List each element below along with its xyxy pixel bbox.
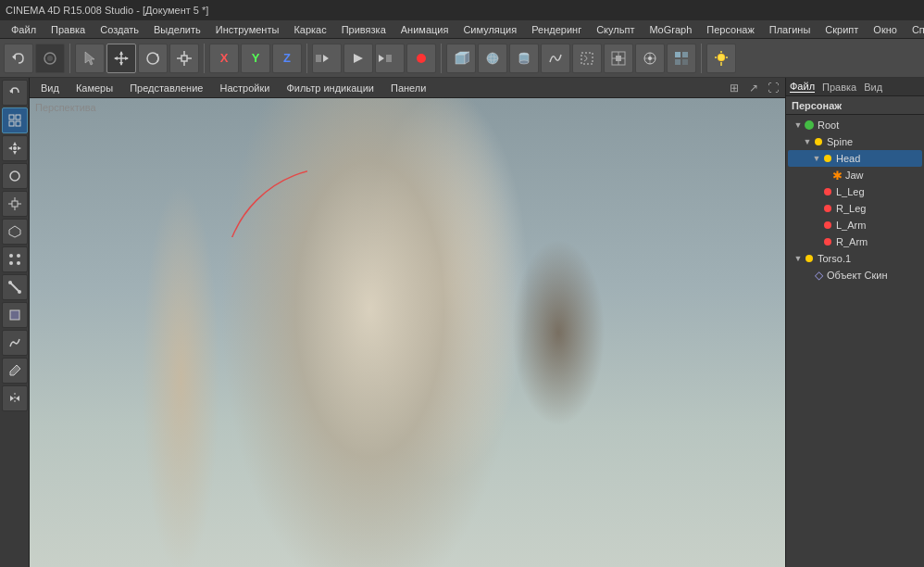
vp-icon-3[interactable]: ⛶ bbox=[765, 80, 781, 96]
left-tool-undo[interactable] bbox=[2, 80, 28, 106]
tree-icon-l-leg bbox=[821, 185, 834, 198]
rp-tab-file[interactable]: Файл bbox=[790, 81, 815, 93]
anim-start-button[interactable] bbox=[312, 44, 342, 73]
deformer-button[interactable] bbox=[572, 44, 602, 73]
axis-z-button[interactable]: Z bbox=[272, 44, 302, 73]
mograph-button[interactable] bbox=[667, 44, 696, 73]
svg-rect-39 bbox=[682, 52, 688, 57]
vp-menu-display[interactable]: Представление bbox=[122, 81, 210, 95]
svg-point-30 bbox=[519, 60, 529, 64]
svg-point-69 bbox=[8, 281, 12, 284]
tree-arrow-spine[interactable]: ▼ bbox=[803, 137, 812, 146]
vp-menu-view[interactable]: Вид bbox=[33, 81, 67, 95]
sphere-object-button[interactable] bbox=[478, 44, 507, 73]
main-content: Вид Камеры Представление Настройки Фильт… bbox=[0, 78, 924, 567]
menu-character[interactable]: Персонаж bbox=[699, 22, 761, 37]
vp-icon-2[interactable]: ↗ bbox=[745, 80, 762, 96]
menu-edit[interactable]: Правка bbox=[44, 22, 93, 37]
effector-button[interactable] bbox=[604, 44, 633, 73]
vp-menu-settings[interactable]: Настройки bbox=[212, 81, 277, 95]
right-panel-toolbar: Файл Правка Вид bbox=[786, 78, 924, 96]
menu-tools[interactable]: Инструменты bbox=[208, 22, 287, 37]
tree-item-l-leg[interactable]: L_Leg bbox=[788, 183, 922, 200]
rp-tab-view[interactable]: Вид bbox=[864, 82, 882, 93]
tree-arrow-torso[interactable]: ▼ bbox=[793, 254, 803, 263]
tree-icon-head bbox=[821, 152, 834, 165]
menu-render[interactable]: Рендеринг bbox=[524, 22, 589, 37]
tree-item-r-arm[interactable]: R_Arm bbox=[788, 233, 922, 250]
svg-point-65 bbox=[17, 254, 20, 258]
tree-arrow-head[interactable]: ▼ bbox=[812, 154, 821, 163]
left-tool-paint[interactable] bbox=[2, 358, 28, 384]
menu-create[interactable]: Создать bbox=[93, 22, 146, 37]
scene-background bbox=[30, 98, 785, 567]
vp-menu-panels[interactable]: Панели bbox=[383, 81, 433, 95]
svg-rect-11 bbox=[181, 56, 187, 61]
left-tool-rotate[interactable] bbox=[2, 163, 28, 189]
tree-item-skin[interactable]: ◇ Объект Скин bbox=[788, 267, 922, 284]
vp-menu-cameras[interactable]: Камеры bbox=[69, 81, 120, 95]
menu-bar: Файл Правка Создать Выделить Инструменты… bbox=[0, 20, 924, 39]
menu-select[interactable]: Выделить bbox=[146, 22, 208, 37]
tree-item-root[interactable]: ▼ Root bbox=[788, 117, 922, 133]
menu-wireframe[interactable]: Каркас bbox=[286, 22, 333, 37]
shader-button[interactable] bbox=[635, 44, 665, 73]
vp-menu-filter[interactable]: Фильтр индикации bbox=[279, 81, 381, 95]
tree-item-spine[interactable]: ▼ Spine bbox=[788, 133, 922, 150]
axis-x-button[interactable]: X bbox=[209, 44, 239, 73]
menu-script[interactable]: Скрипт bbox=[818, 22, 866, 37]
tree-item-jaw[interactable]: ✱ Jaw bbox=[788, 167, 922, 183]
anim-play-button[interactable] bbox=[343, 44, 373, 73]
anim-record-button[interactable] bbox=[406, 44, 436, 73]
tree-item-r-leg[interactable]: R_Leg bbox=[788, 200, 922, 217]
menu-file[interactable]: Файл bbox=[4, 22, 44, 37]
vp-icon-1[interactable]: ⊞ bbox=[726, 80, 743, 96]
tree-item-head[interactable]: ▼ Head bbox=[788, 150, 922, 167]
svg-point-42 bbox=[718, 54, 725, 61]
svg-rect-71 bbox=[10, 310, 19, 320]
left-tool-points[interactable] bbox=[2, 246, 28, 272]
scale-tool-button[interactable] bbox=[169, 44, 199, 73]
left-tool-edge[interactable] bbox=[2, 274, 28, 300]
tree-item-l-arm[interactable]: L_Arm bbox=[788, 217, 922, 233]
left-tool-sculpt[interactable] bbox=[2, 330, 28, 356]
axis-y-button[interactable]: Y bbox=[241, 44, 270, 73]
menu-plugins[interactable]: Плагины bbox=[762, 22, 818, 37]
tree-label-r-leg: R_Leg bbox=[836, 203, 866, 214]
cylinder-button[interactable] bbox=[509, 44, 539, 73]
tree-item-torso[interactable]: ▼ Torso.1 bbox=[788, 250, 922, 267]
menu-mograph[interactable]: MoGraph bbox=[642, 22, 699, 37]
rp-tab-edit[interactable]: Правка bbox=[822, 82, 856, 93]
menu-window[interactable]: Окно bbox=[866, 22, 905, 37]
undo-button[interactable] bbox=[4, 44, 33, 73]
menu-help[interactable]: Спр bbox=[905, 22, 924, 37]
svg-marker-52 bbox=[13, 142, 17, 145]
left-tool-move[interactable] bbox=[2, 135, 28, 161]
menu-snap[interactable]: Привязка bbox=[334, 22, 393, 37]
left-tool-polygon[interactable] bbox=[2, 219, 28, 245]
rotate-tool-button[interactable] bbox=[138, 44, 168, 73]
viewport-perspective-label: Перспектива bbox=[35, 102, 96, 113]
cube-object-button[interactable] bbox=[446, 44, 476, 73]
left-tool-face[interactable] bbox=[2, 302, 28, 328]
select-tool-button[interactable] bbox=[75, 44, 105, 73]
left-tool-scale[interactable] bbox=[2, 191, 28, 217]
move-tool-button[interactable] bbox=[106, 44, 136, 73]
viewport[interactable]: Вид Камеры Представление Настройки Фильт… bbox=[30, 78, 785, 567]
right-panel: Файл Правка Вид Персонаж ▼ Root ▼ bbox=[785, 78, 924, 567]
anim-end-button[interactable] bbox=[375, 44, 405, 73]
svg-rect-58 bbox=[12, 201, 18, 207]
menu-animation[interactable]: Анимация bbox=[393, 22, 456, 37]
scene-tree: ▼ Root ▼ Spine ▼ bbox=[786, 115, 924, 567]
menu-sculpt[interactable]: Скульпт bbox=[589, 22, 642, 37]
svg-marker-17 bbox=[323, 55, 329, 62]
left-tool-mirror[interactable] bbox=[2, 385, 28, 411]
menu-simulation[interactable]: Симуляция bbox=[456, 22, 524, 37]
tree-arrow-root[interactable]: ▼ bbox=[793, 120, 803, 130]
svg-rect-48 bbox=[9, 115, 14, 120]
light-button[interactable] bbox=[706, 44, 736, 73]
nurbs-button[interactable] bbox=[541, 44, 570, 73]
left-tool-select[interactable] bbox=[2, 107, 28, 133]
svg-rect-16 bbox=[316, 55, 321, 62]
svg-point-64 bbox=[9, 254, 13, 258]
